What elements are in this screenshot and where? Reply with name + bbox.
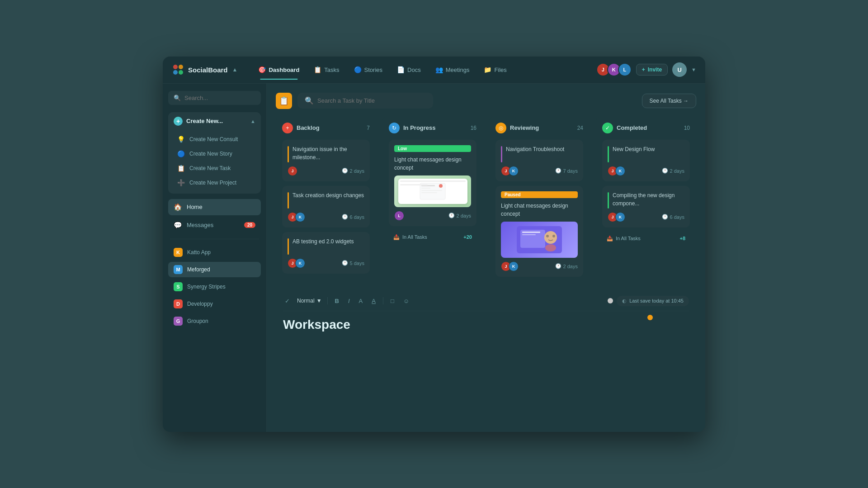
tab-docs[interactable]: 📄 Docs	[391, 63, 427, 76]
svg-point-17	[552, 235, 555, 237]
user-menu-chevron-icon[interactable]: ▼	[691, 67, 696, 72]
inprogress-count: 16	[471, 125, 476, 131]
workspace-developpy[interactable]: D Developpy	[168, 296, 261, 312]
task-card-c2[interactable]: Compiling the new design compone... J K …	[602, 186, 690, 227]
task-card-ip1[interactable]: Low Light chat messages design concept	[389, 140, 476, 226]
create-consult-item[interactable]: 💡 Create New Consult	[171, 132, 258, 147]
clock-icon-r1: 🕐	[555, 168, 561, 174]
task-card-r2[interactable]: Paused Light chat messages design concep…	[495, 186, 583, 277]
workspace-synergy[interactable]: S Synergy Stripes	[168, 279, 261, 294]
column-completed: ✓ Completed 10 New Design Flow J K	[596, 116, 696, 283]
create-project-item[interactable]: ➕ Create New Project	[171, 175, 258, 190]
avatar-c2-2: K	[615, 212, 625, 222]
tab-meetings-label: Meetings	[446, 66, 470, 73]
katto-icon: K	[174, 248, 183, 257]
tab-dashboard[interactable]: 🎯 Dashboard	[252, 63, 306, 76]
editor-title[interactable]: Workspace	[283, 316, 689, 334]
tab-meetings[interactable]: 👥 Meetings	[429, 63, 476, 76]
editor-toolbar: ✓ Normal ▼ B I A A □ ☺	[283, 296, 689, 311]
svg-point-2	[173, 70, 178, 75]
search-input[interactable]	[184, 95, 255, 101]
task-card-c1[interactable]: New Design Flow J K 🕐 2 days	[602, 140, 690, 181]
create-new-toggle[interactable]: + Create New... ▲	[168, 112, 261, 130]
task-r1-title: Navigation Troubleshoot	[506, 145, 564, 153]
workspace-groupon[interactable]: G Groupon	[168, 313, 261, 329]
app-window: SocialBoard ▲ 🎯 Dashboard 📋 Tasks 🔵 Stor…	[163, 57, 705, 432]
tab-files[interactable]: 📁 Files	[477, 63, 513, 76]
task-b2-footer: J K 🕐 6 days	[288, 212, 364, 222]
tab-stories[interactable]: 🔵 Stories	[348, 63, 389, 76]
create-new-chevron-icon: ▲	[250, 118, 255, 124]
clock-icon-c1: 🕐	[662, 168, 668, 174]
task-ip1-image-inner	[398, 179, 467, 204]
svg-point-1	[179, 65, 183, 69]
task-card-b2[interactable]: Task creation design changes J K 🕐 6 day…	[282, 186, 370, 227]
nav-right: J K L + Invite U ▼	[596, 62, 696, 77]
meforged-icon: M	[174, 265, 183, 274]
task-b1-footer: J 🕐 2 days	[288, 166, 364, 176]
emoji-button[interactable]: ☺	[401, 297, 411, 305]
task-search-input[interactable]	[317, 97, 426, 104]
save-spinner-icon: ◐	[622, 298, 627, 304]
workspace-meforged[interactable]: M Meforged	[168, 262, 261, 277]
logo-area[interactable]: SocialBoard ▲	[172, 63, 237, 76]
svg-rect-7	[421, 190, 442, 191]
tab-tasks[interactable]: 📋 Tasks	[307, 63, 345, 76]
board-header: 📋 🔍 See All Tasks →	[276, 93, 696, 109]
task-b1-content: Navigation issue in the milestone...	[288, 145, 364, 162]
search-box[interactable]: 🔍	[168, 91, 261, 105]
task-c2-content: Compiling the new design compone...	[608, 191, 684, 208]
task-r1-content: Navigation Troubleshoot	[501, 145, 578, 162]
create-story-label: Create New Story	[189, 151, 232, 157]
task-r2-time-val: 2 days	[563, 264, 578, 269]
create-new-label: Create New...	[186, 118, 223, 124]
user-avatar[interactable]: U	[672, 62, 687, 77]
task-c1-avatars: J K	[608, 166, 625, 176]
completed-all-tasks[interactable]: 📥 In All Tasks +8	[602, 232, 690, 245]
task-card-r1[interactable]: Navigation Troubleshoot J K 🕐 7 days	[495, 140, 583, 181]
clock-icon-b1: 🕐	[342, 168, 348, 174]
task-b3-time-val: 5 days	[350, 261, 364, 266]
svg-rect-12	[522, 232, 540, 233]
italic-button[interactable]: I	[346, 297, 352, 305]
in-all-tasks-left-ip: 📥 In All Tasks	[393, 234, 427, 240]
reviewing-status-icon: ◎	[495, 123, 506, 133]
avatar-user-3: L	[618, 63, 632, 76]
invite-button[interactable]: + Invite	[636, 64, 668, 76]
task-b1-title: Navigation issue in the milestone...	[292, 145, 364, 161]
task-b3-title: AB testing ed 2.0 widgets	[292, 237, 354, 246]
task-card-b1[interactable]: Navigation issue in the milestone... J 🕐…	[282, 140, 370, 181]
workspace-katto[interactable]: K Katto App	[168, 245, 261, 260]
task-r1-avatars: J K	[501, 166, 519, 176]
create-story-item[interactable]: 🔵 Create New Story	[171, 147, 258, 161]
orange-dot-decoration	[647, 315, 653, 320]
dashboard-icon: 🎯	[258, 66, 266, 73]
messages-icon: 💬	[174, 221, 182, 229]
task-card-b3[interactable]: AB testing ed 2.0 widgets J K 🕐 5 days	[282, 232, 370, 274]
groupon-icon: G	[174, 317, 183, 326]
create-task-item[interactable]: 📋 Create New Task	[171, 161, 258, 175]
color-button[interactable]: A	[357, 297, 365, 305]
sidebar-item-home[interactable]: 🏠 Home	[168, 199, 261, 215]
frame-button[interactable]: □	[389, 297, 396, 305]
col-header-reviewing: ◎ Reviewing 24	[495, 123, 583, 133]
developpy-icon: D	[174, 299, 183, 308]
inprogress-all-tasks[interactable]: 📥 In All Tasks +20	[389, 231, 476, 244]
svg-point-14	[544, 231, 557, 244]
reviewing-title: Reviewing	[510, 124, 539, 131]
task-r1-time-val: 7 days	[563, 168, 578, 174]
underline-button[interactable]: A	[370, 297, 377, 305]
illustration-svg	[517, 226, 562, 253]
board-icon: 📋	[276, 93, 292, 109]
check-icon[interactable]: ✓	[283, 297, 292, 305]
accent-bar-b3	[288, 238, 289, 255]
see-all-tasks-button[interactable]: See All Tasks →	[642, 94, 696, 108]
style-selector[interactable]: Normal ▼	[297, 298, 322, 304]
sidebar-messages-label: Messages	[187, 222, 213, 228]
task-search-bar[interactable]: 🔍	[297, 93, 433, 109]
sidebar-item-messages[interactable]: 💬 Messages 20	[168, 217, 261, 233]
task-r1-footer: J K 🕐 7 days	[501, 166, 578, 176]
bold-button[interactable]: B	[333, 297, 341, 305]
logo-caret-icon: ▲	[232, 66, 238, 73]
clock-icon-r2: 🕐	[555, 263, 561, 269]
